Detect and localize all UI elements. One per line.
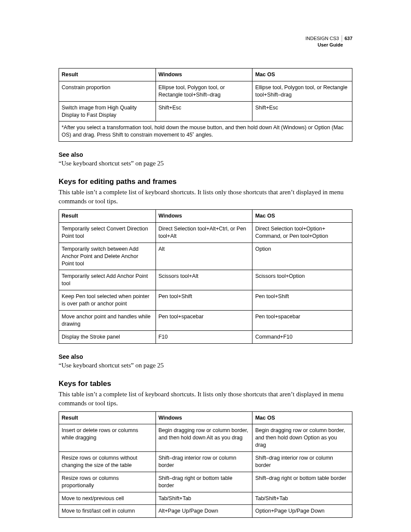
- cell-windows: Shift–drag interior row or column border: [156, 452, 252, 472]
- cell-windows: Begin dragging row or column border, and…: [156, 424, 252, 452]
- section-heading-tables: Keys for tables: [59, 380, 352, 388]
- cell-result: Constrain proportion: [59, 81, 156, 101]
- see-also-link-text: “Use keyboard shortcut sets” on page 25: [59, 160, 352, 167]
- cell-windows: Shift–drag right or bottom table border: [156, 472, 252, 492]
- table-row: Keep Pen tool selected when pointer is o…: [59, 290, 352, 311]
- col-header-windows: Windows: [156, 68, 252, 81]
- cell-windows: Pen tool+Shift: [156, 290, 252, 311]
- table-row: Switch image from High Quality Display t…: [59, 101, 352, 121]
- cell-windows: Pen tool+spacebar: [156, 310, 252, 330]
- table-footnote: *After you select a transformation tool,…: [59, 121, 352, 142]
- cell-windows: Scissors tool+Alt: [156, 270, 252, 290]
- cell-macos: Shift–drag interior row or column border: [252, 452, 352, 472]
- cell-macos: Shift–drag right or bottom table border: [252, 472, 352, 492]
- cell-macos: Option+Page Up/Page Down: [252, 505, 352, 518]
- table-row: Move anchor point and handles while draw…: [59, 310, 352, 330]
- table-row: Resize rows or columns without changing …: [59, 452, 352, 472]
- shortcuts-table-transform: Result Windows Mac OS Constrain proporti…: [59, 68, 352, 142]
- shortcuts-table-paths-frames: Result Windows Mac OS Temporarily select…: [59, 209, 352, 343]
- see-also-link-text: “Use keyboard shortcut sets” on page 25: [59, 362, 352, 369]
- header-page-number: 637: [342, 35, 352, 42]
- section-intro: This table isn’t a complete list of keyb…: [59, 188, 352, 206]
- col-header-windows: Windows: [156, 210, 252, 223]
- shortcuts-table-tables: Result Windows Mac OS Insert or delete r…: [59, 411, 352, 518]
- cell-result: Keep Pen tool selected when pointer is o…: [59, 290, 156, 311]
- table-header-row: Result Windows Mac OS: [59, 68, 352, 81]
- cell-windows: Alt+Page Up/Page Down: [156, 505, 252, 518]
- cell-windows: Direct Selection tool+Alt+Ctrl, or Pen t…: [156, 223, 252, 243]
- header-guide: User Guide: [305, 42, 352, 48]
- table-header-row: Result Windows Mac OS: [59, 411, 352, 424]
- cell-macos: Option: [252, 243, 352, 270]
- cell-result: Temporarily select Add Anchor Point tool: [59, 270, 156, 290]
- cell-result: Temporarily switch between Add Anchor Po…: [59, 243, 156, 270]
- section-heading-paths-frames: Keys for editing paths and frames: [59, 177, 352, 186]
- col-header-result: Result: [59, 411, 156, 424]
- cell-result: Move anchor point and handles while draw…: [59, 310, 156, 330]
- col-header-result: Result: [59, 210, 156, 223]
- cell-result: Resize rows or columns without changing …: [59, 452, 156, 472]
- table-row: Temporarily switch between Add Anchor Po…: [59, 243, 352, 270]
- table-row: Move to next/previous cell Tab/Shift+Tab…: [59, 492, 352, 505]
- page-header: INDESIGN CS3 637 User Guide: [305, 35, 352, 48]
- cell-macos: Command+F10: [252, 330, 352, 343]
- cell-macos: Pen tool+spacebar: [252, 310, 352, 330]
- table-row: Resize rows or columns proportionally Sh…: [59, 472, 352, 492]
- cell-result: Switch image from High Quality Display t…: [59, 101, 156, 121]
- see-also-heading: See also: [59, 353, 352, 360]
- col-header-macos: Mac OS: [252, 411, 352, 424]
- cell-macos: Begin dragging row or column border, and…: [252, 424, 352, 452]
- page: INDESIGN CS3 637 User Guide Result Windo…: [0, 0, 411, 532]
- cell-macos: Pen tool+Shift: [252, 290, 352, 311]
- cell-macos: Shift+Esc: [252, 101, 352, 121]
- table-row: Insert or delete rows or columns while d…: [59, 424, 352, 452]
- table-row: Display the Stroke panel F10 Command+F10: [59, 330, 352, 343]
- table-footnote-row: *After you select a transformation tool,…: [59, 121, 352, 142]
- table-row: Temporarily select Convert Direction Poi…: [59, 223, 352, 243]
- cell-result: Move to first/last cell in column: [59, 505, 156, 518]
- cell-macos: Scissors tool+Option: [252, 270, 352, 290]
- table-header-row: Result Windows Mac OS: [59, 210, 352, 223]
- header-product: INDESIGN CS3: [305, 35, 339, 42]
- cell-result: Resize rows or columns proportionally: [59, 472, 156, 492]
- col-header-macos: Mac OS: [252, 210, 352, 223]
- cell-windows: Alt: [156, 243, 252, 270]
- cell-macos: Ellipse tool, Polygon tool, or Rectangle…: [252, 81, 352, 101]
- col-header-macos: Mac OS: [252, 68, 352, 81]
- see-also-heading: See also: [59, 151, 352, 158]
- cell-windows: Shift+Esc: [156, 101, 252, 121]
- col-header-windows: Windows: [156, 411, 252, 424]
- table-row: Temporarily select Add Anchor Point tool…: [59, 270, 352, 290]
- section-intro: This table isn’t a complete list of keyb…: [59, 390, 352, 408]
- cell-result: Move to next/previous cell: [59, 492, 156, 505]
- cell-windows: Tab/Shift+Tab: [156, 492, 252, 505]
- cell-macos: Direct Selection tool+Option+ Command, o…: [252, 223, 352, 243]
- cell-windows: Ellipse tool, Polygon tool, or Rectangle…: [156, 81, 252, 101]
- cell-result: Temporarily select Convert Direction Poi…: [59, 223, 156, 243]
- cell-result: Display the Stroke panel: [59, 330, 156, 343]
- page-content: Result Windows Mac OS Constrain proporti…: [59, 35, 352, 518]
- table-row: Constrain proportion Ellipse tool, Polyg…: [59, 81, 352, 101]
- cell-windows: F10: [156, 330, 252, 343]
- cell-result: Insert or delete rows or columns while d…: [59, 424, 156, 452]
- table-row: Move to first/last cell in column Alt+Pa…: [59, 505, 352, 518]
- cell-macos: Tab/Shift+Tab: [252, 492, 352, 505]
- col-header-result: Result: [59, 68, 156, 81]
